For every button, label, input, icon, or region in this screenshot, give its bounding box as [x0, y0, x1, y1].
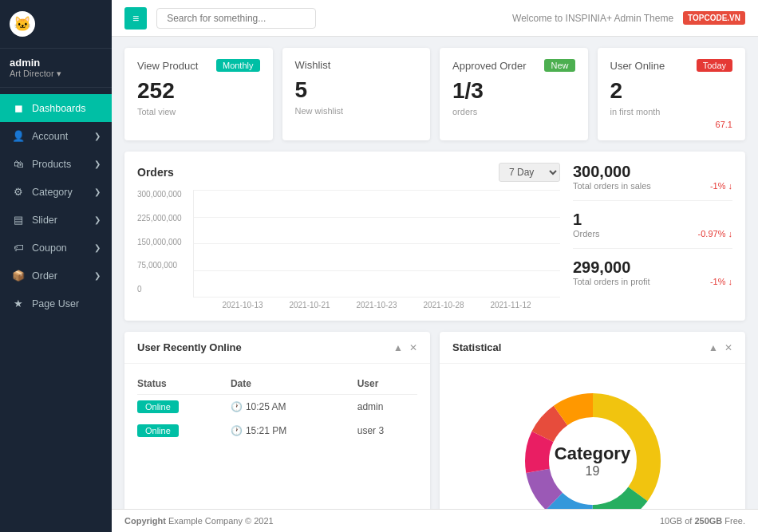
stats-row: View Product Monthly 252 Total view Wish…	[124, 48, 745, 140]
stat-card-2: Approved Order New 1/3 orders	[440, 48, 588, 140]
status-badge-1: Online	[137, 424, 179, 437]
sidebar-item-slider[interactable]: ▤ Slider ❯	[0, 206, 112, 234]
nav-icon-coupon: 🏷	[11, 242, 26, 254]
nav-icon-order: 📦	[11, 270, 26, 282]
panel-collapse-button[interactable]: ▲	[393, 342, 403, 353]
y-label-4: 75,000,000	[137, 261, 193, 270]
nav-icon-account: 👤	[11, 130, 26, 142]
sidebar-item-category[interactable]: ⚙ Category ❯	[0, 178, 112, 206]
statistical-panel-controls: ▲ ✕	[709, 342, 732, 353]
stat-value-3: 299,000	[573, 258, 732, 277]
time-icon-0: 🕐	[231, 401, 243, 412]
orders-chart-area: Orders 7 Day30 Day90 Day 300,000,000 225…	[137, 163, 560, 309]
orders-stat-item-3: 299,000 Total orders in profit -1% ↓	[573, 258, 732, 296]
chart-grid	[193, 190, 560, 298]
sidebar-item-dashboards[interactable]: ◼ Dashboards	[0, 94, 112, 122]
welcome-text: Welcome to INSPINIA+ Admin Theme	[512, 13, 673, 24]
logo-icon: 🐱	[10, 11, 35, 37]
statistical-panel-content: Category 19	[440, 364, 745, 509]
stat-value-2: 1/3	[452, 78, 575, 104]
user-table: Status Date User Online 🕐10:25 AM admin …	[137, 373, 417, 443]
stat-label-2: orders	[452, 107, 575, 116]
nav-arrow-coupon: ❯	[94, 243, 101, 252]
nav-label-order: Order	[32, 270, 57, 282]
stat-card-header-3: User Online Today	[610, 59, 733, 72]
nav-label-coupon: Coupon	[32, 242, 67, 254]
sidebar-user: admin Art Director ▾	[0, 49, 112, 88]
nav-label-pageuser: Page User	[32, 298, 79, 309]
user-time-1: 🕐15:21 PM	[231, 419, 357, 443]
stat-badge-0: Monthly	[216, 59, 260, 72]
x-label-1: 2021-10-13	[222, 301, 263, 309]
user-online-panel-content: Status Date User Online 🕐10:25 AM admin …	[124, 364, 430, 452]
stat-label-3: in first month	[610, 107, 733, 116]
orders-header: Orders 7 Day30 Day90 Day	[137, 163, 560, 182]
user-time-0: 🕐10:25 AM	[231, 395, 357, 420]
nav-icon-category: ⚙	[11, 186, 26, 198]
stat-badge-2: New	[544, 59, 574, 72]
nav-arrow-slider: ❯	[94, 215, 101, 224]
orders-stat-item-2: 1 Orders -0.97% ↓	[573, 211, 732, 249]
user-name-0: admin	[357, 395, 417, 420]
nav-icon-dashboards: ◼	[11, 102, 26, 114]
main-area: ≡ Welcome to INSPINIA+ Admin Theme TOPCO…	[112, 0, 758, 532]
user-online-panel-title: User Recently Online	[137, 341, 242, 353]
footer-right: 10GB of 250GB Free.	[660, 516, 745, 526]
nav-label-slider: Slider	[32, 215, 57, 226]
stat-value-1: 300,000	[573, 163, 732, 181]
statistical-collapse-button[interactable]: ▲	[709, 342, 718, 353]
statistical-close-button[interactable]: ✕	[724, 342, 732, 353]
stat-card-title-2: Approved Order	[452, 60, 527, 72]
stat-badge-3: Today	[697, 59, 732, 72]
stat-label-3: Total orders in profit -1% ↓	[573, 277, 732, 286]
sidebar-nav: ◼ Dashboards 👤 Account ❯ 🛍 Products ❯ ⚙ …	[0, 88, 112, 532]
topbar: ≡ Welcome to INSPINIA+ Admin Theme TOPCO…	[112, 0, 758, 37]
sidebar-item-account[interactable]: 👤 Account ❯	[0, 122, 112, 150]
nav-icon-products: 🛍	[11, 158, 26, 170]
orders-stats-panel: 300,000 Total orders in sales -1% ↓ 1 Or…	[573, 163, 732, 309]
donut-chart-container: Category 19	[452, 373, 732, 509]
chart-main: 2021-10-13 2021-10-21 2021-10-23 2021-10…	[193, 190, 560, 309]
x-label-4: 2021-10-28	[423, 301, 464, 309]
chart-y-axis: 300,000,000 225,000,000 150,000,000 75,0…	[137, 190, 193, 309]
sidebar-item-products[interactable]: 🛍 Products ❯	[0, 150, 112, 178]
stat-card-0: View Product Monthly 252 Total view	[124, 48, 273, 140]
statistical-panel-header: Statistical ▲ ✕	[440, 332, 745, 364]
footer-left: Copyright Example Company © 2021	[124, 516, 274, 526]
nav-arrow-category: ❯	[94, 187, 101, 196]
sidebar-item-order[interactable]: 📦 Order ❯	[0, 262, 112, 290]
user-online-panel-header: User Recently Online ▲ ✕	[124, 332, 430, 364]
panel-close-button[interactable]: ✕	[409, 342, 417, 353]
stat-card-1: Wishlist 5 New wishlist	[282, 48, 431, 140]
orders-chart: 300,000,000 225,000,000 150,000,000 75,0…	[137, 190, 560, 309]
donut-center: Category 19	[555, 443, 630, 479]
nav-label-category: Category	[32, 187, 73, 198]
stat-card-header-2: Approved Order New	[452, 59, 575, 72]
y-label-1: 300,000,000	[137, 190, 193, 199]
table-row: Online 🕐15:21 PM user 3	[137, 419, 417, 443]
nav-arrow-products: ❯	[94, 160, 101, 168]
content-area: View Product Monthly 252 Total view Wish…	[112, 37, 758, 509]
bottom-row: User Recently Online ▲ ✕ Status Date Use…	[124, 332, 745, 509]
col-status: Status	[137, 373, 231, 395]
chart-bars-container	[194, 190, 560, 298]
footer-total: 250GB	[694, 516, 722, 526]
table-row: Online 🕐10:25 AM admin	[137, 395, 417, 420]
search-input[interactable]	[156, 8, 316, 29]
sidebar-username: admin	[10, 57, 102, 69]
user-name-1: user 3	[357, 419, 417, 443]
orders-filter-select[interactable]: 7 Day30 Day90 Day	[499, 163, 560, 182]
table-header-row: Status Date User	[137, 373, 417, 395]
sidebar-item-coupon[interactable]: 🏷 Coupon ❯	[0, 234, 112, 262]
orders-stat-item-1: 300,000 Total orders in sales -1% ↓	[573, 163, 732, 201]
stat-value-1: 5	[295, 77, 418, 103]
nav-icon-slider: ▤	[11, 214, 26, 226]
stat-label-1: New wishlist	[295, 106, 418, 116]
nav-label-account: Account	[32, 131, 68, 142]
nav-icon-pageuser: ★	[11, 298, 26, 309]
x-label-2: 2021-10-21	[289, 301, 330, 309]
sidebar-item-pageuser[interactable]: ★ Page User	[0, 290, 112, 317]
menu-toggle-button[interactable]: ≡	[124, 7, 147, 30]
y-label-5: 0	[137, 285, 193, 294]
stat-value-3: 2	[610, 78, 733, 104]
